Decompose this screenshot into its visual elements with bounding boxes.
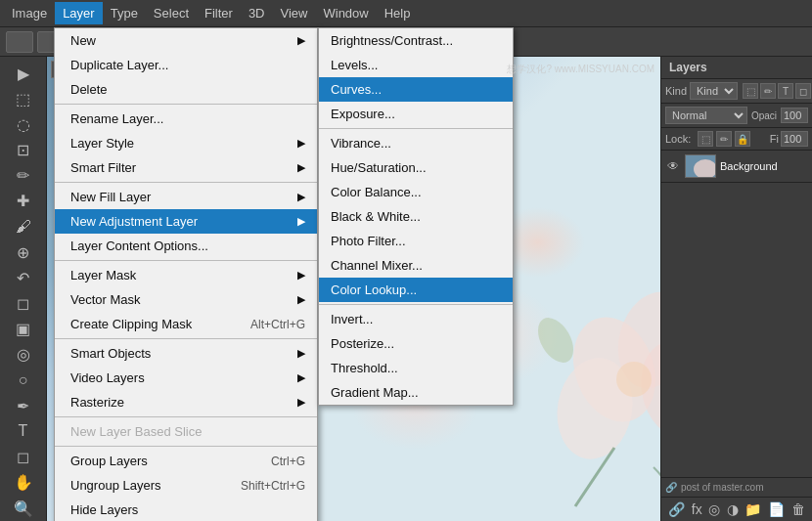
separator-4	[55, 338, 317, 339]
menu-duplicate-layer[interactable]: Duplicate Layer...	[55, 53, 317, 77]
menu-delete[interactable]: Delete	[55, 77, 317, 102]
clone-tool[interactable]: ⊕	[6, 240, 41, 264]
adj-levels[interactable]: Levels...	[319, 53, 513, 77]
move-tool[interactable]: ▶	[6, 62, 41, 85]
menu-3d[interactable]: 3D	[241, 2, 273, 24]
layer-eye-icon[interactable]: 👁	[665, 158, 681, 174]
adj-hue-saturation[interactable]: Hue/Saturation...	[319, 155, 513, 180]
adj-gradient-map[interactable]: Gradient Map...	[319, 380, 513, 405]
menu-help[interactable]: Help	[377, 2, 419, 24]
arrow-icon-4: ▶	[297, 191, 305, 203]
pen-tool[interactable]: ✒	[6, 394, 41, 417]
menu-view[interactable]: View	[273, 2, 316, 24]
svg-point-7	[531, 312, 581, 369]
menu-type[interactable]: Type	[103, 2, 146, 24]
mode-select-layers[interactable]: Normal	[665, 107, 747, 124]
lock-pixels-btn[interactable]: ⬚	[698, 131, 713, 147]
arrow-icon: ▶	[297, 34, 305, 47]
layers-mode-row: Normal Opaci 100	[661, 104, 812, 128]
separator-3	[55, 260, 317, 261]
adj-curves[interactable]: Curves...	[319, 77, 513, 102]
eraser-tool[interactable]: ◻	[6, 292, 41, 316]
eyedropper-tool[interactable]: ✏	[6, 164, 41, 188]
layer-item-background[interactable]: 👁 Background	[661, 151, 812, 183]
fill-value[interactable]: 100	[781, 131, 808, 147]
menu-window[interactable]: Window	[315, 2, 376, 24]
menu-image[interactable]: Image	[4, 2, 55, 24]
opacity-value[interactable]: 100	[781, 108, 808, 123]
adj-channel-mixer[interactable]: Channel Mixer...	[319, 253, 513, 278]
arrow-icon-5: ▶	[297, 215, 305, 228]
link-layers-btn[interactable]: 🔗	[668, 501, 685, 517]
menu-new-layer-based-slice: New Layer Based Slice	[55, 419, 317, 444]
arrow-icon-3: ▶	[297, 161, 305, 174]
kind-select[interactable]: Kind	[690, 82, 738, 100]
menu-bar: Image Layer Type Select Filter 3D View W…	[0, 0, 812, 27]
crop-tool[interactable]: ⊡	[6, 139, 41, 162]
layers-bottom-toolbar: 🔗 fx ◎ ◑ 📁 📄 🗑	[661, 497, 812, 521]
brush-tool[interactable]: 🖌	[6, 215, 41, 239]
adj-invert[interactable]: Invert...	[319, 307, 513, 331]
menu-vector-mask[interactable]: Vector Mask ▶	[55, 287, 317, 312]
layers-panel: Layers Kind Kind ⬚ ✏ T ◻ Normal Opaci 10…	[661, 57, 812, 521]
menu-video-layers[interactable]: Video Layers ▶	[55, 366, 317, 390]
adj-color-balance[interactable]: Color Balance...	[319, 180, 513, 204]
filter-icon-3[interactable]: T	[778, 83, 793, 99]
shortcut-ungroup: Shift+Ctrl+G	[241, 479, 305, 493]
marquee-tool[interactable]: ⬚	[6, 87, 41, 110]
filter-icon-4[interactable]: ◻	[795, 83, 811, 99]
filter-icon-2[interactable]: ✏	[760, 83, 776, 99]
menu-ungroup-layers[interactable]: Ungroup Layers Shift+Ctrl+G	[55, 473, 317, 498]
add-mask-btn[interactable]: ◎	[708, 501, 720, 517]
menu-group-layers[interactable]: Group Layers Ctrl+G	[55, 449, 317, 473]
separator-6	[55, 446, 317, 447]
menu-layer-style[interactable]: Layer Style ▶	[55, 131, 317, 155]
arrow-icon-8: ▶	[297, 347, 305, 360]
new-group-btn[interactable]: 📁	[744, 501, 761, 517]
menu-hide-layers[interactable]: Hide Layers	[55, 498, 317, 521]
arrow-icon-2: ▶	[297, 137, 305, 150]
add-style-btn[interactable]: fx	[692, 501, 702, 517]
adj-sep-1	[319, 128, 513, 129]
menu-smart-filter[interactable]: Smart Filter ▶	[55, 155, 317, 180]
gradient-tool[interactable]: ▣	[6, 318, 41, 341]
delete-layer-btn[interactable]: 🗑	[791, 501, 805, 517]
menu-filter[interactable]: Filter	[197, 2, 241, 24]
text-tool[interactable]: T	[6, 419, 41, 443]
menu-layer-content-options[interactable]: Layer Content Options...	[55, 234, 317, 258]
adjustment-submenu: Brightness/Contrast... Levels... Curves.…	[318, 27, 514, 406]
adj-black-white[interactable]: Black & White...	[319, 204, 513, 229]
adj-posterize[interactable]: Posterize...	[319, 331, 513, 356]
menu-new-adjustment-layer[interactable]: New Adjustment Layer ▶	[55, 209, 317, 234]
menu-rasterize[interactable]: Rasterize ▶	[55, 390, 317, 414]
new-layer-btn[interactable]: 📄	[768, 501, 785, 517]
menu-new-fill-layer[interactable]: New Fill Layer ▶	[55, 185, 317, 209]
lock-pos-btn[interactable]: ✏	[716, 131, 732, 147]
watermark: 想学汉化? www.MISSYUAN.COM	[507, 63, 654, 76]
healing-tool[interactable]: ✚	[6, 190, 41, 213]
menu-new[interactable]: New ▶	[55, 28, 317, 53]
menu-smart-objects[interactable]: Smart Objects ▶	[55, 341, 317, 366]
blur-tool[interactable]: ◎	[6, 343, 41, 367]
shape-tool[interactable]: ◻	[6, 446, 41, 469]
lock-all-btn[interactable]: 🔒	[735, 131, 750, 147]
history-tool[interactable]: ↶	[6, 266, 41, 289]
hand-tool[interactable]: ✋	[6, 471, 41, 495]
menu-select[interactable]: Select	[146, 2, 197, 24]
menu-layer-mask[interactable]: Layer Mask ▶	[55, 263, 317, 287]
adj-vibrance[interactable]: Vibrance...	[319, 131, 513, 155]
arrow-icon-7: ▶	[297, 293, 305, 306]
menu-rename-layer[interactable]: Rename Layer...	[55, 107, 317, 131]
adj-photo-filter[interactable]: Photo Filter...	[319, 229, 513, 253]
menu-layer[interactable]: Layer	[55, 2, 103, 24]
adj-color-lookup[interactable]: Color Lookup...	[319, 278, 513, 302]
lasso-tool[interactable]: ◌	[6, 112, 41, 136]
filter-icon-1[interactable]: ⬚	[743, 83, 758, 99]
new-adjustment-btn[interactable]: ◑	[727, 501, 739, 517]
zoom-tool[interactable]: 🔍	[6, 497, 41, 520]
adj-exposure[interactable]: Exposure...	[319, 102, 513, 126]
adj-brightness-contrast[interactable]: Brightness/Contrast...	[319, 28, 513, 53]
adj-threshold[interactable]: Threshold...	[319, 356, 513, 380]
dodge-tool[interactable]: ○	[6, 369, 41, 392]
menu-create-clipping-mask[interactable]: Create Clipping Mask Alt+Ctrl+G	[55, 312, 317, 336]
